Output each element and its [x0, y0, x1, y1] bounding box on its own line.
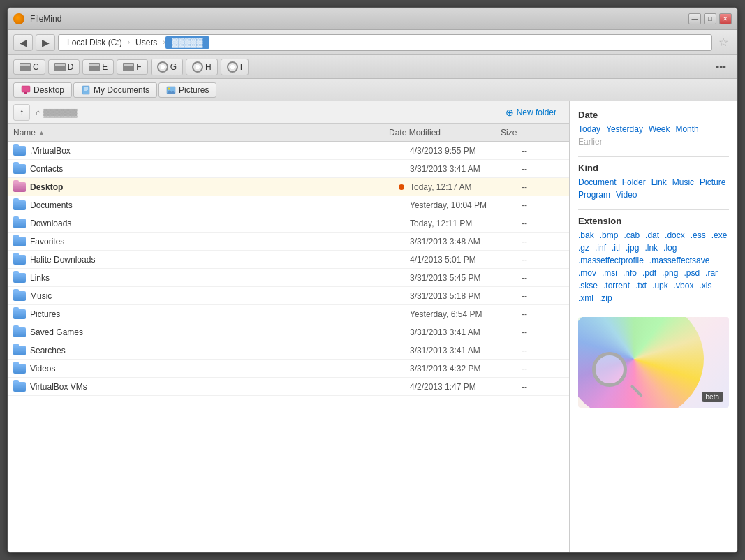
- col-size-header[interactable]: Size: [501, 128, 543, 138]
- filter-ext-xls[interactable]: .xls: [699, 281, 711, 290]
- filter-ext-torrent[interactable]: .torrent: [603, 281, 630, 290]
- title-bar: FileMind — □ ✕: [8, 8, 737, 30]
- drive-i-button[interactable]: I: [221, 59, 249, 75]
- col-date-header[interactable]: Date Modified: [389, 128, 501, 138]
- drive-h-button[interactable]: H: [186, 59, 218, 75]
- cd-icon: [192, 61, 203, 73]
- file-date: 4/1/2013 5:01 PM: [410, 255, 522, 265]
- drive-e-button[interactable]: E: [82, 59, 114, 75]
- fav-desktop[interactable]: Desktop: [13, 82, 72, 98]
- breadcrumb-current[interactable]: ▓▓▓▓▓: [165, 36, 210, 49]
- filter-ext-itl[interactable]: .itl: [612, 243, 620, 253]
- filter-ext-dat[interactable]: .dat: [645, 230, 659, 240]
- col-name-header[interactable]: Name ▲: [13, 128, 389, 138]
- back-button[interactable]: ◀: [13, 34, 33, 51]
- filter-yesterday[interactable]: Yesterday: [606, 124, 643, 134]
- filter-ext-masseffectprofile[interactable]: .masseffectprofile: [578, 256, 644, 265]
- fav-pictures[interactable]: Pictures: [158, 82, 216, 98]
- date-filter-title: Date: [578, 110, 729, 120]
- filter-today[interactable]: Today: [578, 124, 600, 134]
- right-panel: Date Today Yesterday Week Month Earlier …: [570, 101, 737, 552]
- file-date: 3/31/2013 5:45 PM: [410, 273, 522, 283]
- filter-ext-zip[interactable]: .zip: [599, 293, 612, 303]
- filter-ext-png[interactable]: .png: [662, 268, 678, 278]
- filter-folder[interactable]: Folder: [622, 177, 646, 187]
- filter-video[interactable]: Video: [616, 190, 637, 200]
- folder-icon: [13, 219, 26, 228]
- filter-ext-bmp[interactable]: .bmp: [600, 230, 619, 240]
- table-row[interactable]: Favorites3/31/2013 3:48 AM--: [8, 233, 569, 251]
- kind-filter-links: Document Folder Link Music Picture Progr…: [578, 177, 729, 200]
- table-row[interactable]: Videos3/31/2013 4:32 PM--: [8, 360, 569, 378]
- filter-program[interactable]: Program: [578, 190, 610, 200]
- filter-ext-bak[interactable]: .bak: [578, 230, 594, 240]
- close-button[interactable]: ✕: [719, 13, 732, 24]
- navigation-toolbar: ◀ ▶ Local Disk (C:) › Users › ▓▓▓▓▓ ☆: [8, 30, 737, 55]
- favorites-star-button[interactable]: ☆: [715, 34, 732, 51]
- filter-ext-exe[interactable]: .exe: [711, 230, 728, 240]
- filter-ext-vbox[interactable]: .vbox: [674, 281, 694, 290]
- documents-icon: [81, 85, 91, 95]
- forward-button[interactable]: ▶: [36, 34, 55, 51]
- filter-ext-xml[interactable]: .xml: [578, 293, 593, 303]
- fav-my-documents[interactable]: My Documents: [73, 82, 157, 98]
- filter-ext-log[interactable]: .log: [663, 243, 677, 253]
- filter-ext-nfo[interactable]: .nfo: [623, 268, 637, 278]
- home-icon: ⌂: [36, 108, 40, 117]
- fav-desktop-label: Desktop: [34, 85, 64, 95]
- table-row[interactable]: Contacts3/31/2013 3:41 AM--: [8, 160, 569, 178]
- new-folder-button[interactable]: ⊕ New folder: [499, 105, 563, 120]
- window-controls: — □ ✕: [688, 13, 732, 24]
- more-drives-button[interactable]: •••: [710, 59, 732, 75]
- table-row[interactable]: Searches3/31/2013 3:41 AM--: [8, 341, 569, 360]
- table-row[interactable]: PicturesYesterday, 6:54 PM--: [8, 305, 569, 323]
- filter-ext-docx[interactable]: .docx: [665, 230, 685, 240]
- filter-ext-cab[interactable]: .cab: [624, 230, 640, 240]
- file-size: --: [522, 382, 563, 392]
- maximize-button[interactable]: □: [704, 13, 716, 24]
- table-row[interactable]: DownloadsToday, 12:11 PM--: [8, 214, 569, 233]
- col-name-label: Name: [13, 128, 36, 138]
- table-row[interactable]: Links3/31/2013 5:45 PM--: [8, 269, 569, 287]
- table-row[interactable]: Halite Downloads4/1/2013 5:01 PM--: [8, 251, 569, 269]
- table-row[interactable]: VirtualBox VMs4/2/2013 1:47 PM--: [8, 378, 569, 396]
- filter-ext-jpg[interactable]: .jpg: [626, 243, 639, 253]
- filter-week[interactable]: Week: [649, 124, 670, 134]
- file-date: 3/31/2013 3:41 AM: [410, 346, 522, 355]
- filter-document[interactable]: Document: [578, 177, 617, 187]
- drive-f-button[interactable]: F: [117, 59, 147, 75]
- file-name: Saved Games: [30, 327, 410, 337]
- drive-g-button[interactable]: G: [151, 59, 183, 75]
- filter-ext-psd[interactable]: .psd: [684, 268, 700, 278]
- drive-c-button[interactable]: C: [13, 59, 45, 75]
- file-name: Favorites: [30, 237, 410, 246]
- filter-ext-skse[interactable]: .skse: [578, 281, 598, 290]
- drive-d-button[interactable]: D: [48, 59, 80, 75]
- filter-ext-gz[interactable]: .gz: [578, 243, 589, 253]
- plus-icon: ⊕: [506, 107, 514, 118]
- divider-1: [578, 156, 729, 157]
- up-directory-button[interactable]: ↑: [13, 104, 30, 121]
- table-row[interactable]: Music3/31/2013 5:18 PM--: [8, 287, 569, 305]
- breadcrumb-users[interactable]: Users: [130, 36, 163, 49]
- table-row[interactable]: Saved Games3/31/2013 3:41 AM--: [8, 323, 569, 341]
- filter-music[interactable]: Music: [672, 177, 694, 187]
- filter-ext-rar[interactable]: .rar: [705, 268, 718, 278]
- filter-month[interactable]: Month: [675, 124, 698, 134]
- table-row[interactable]: .VirtualBox4/3/2013 9:55 PM--: [8, 142, 569, 160]
- minimize-button[interactable]: —: [688, 13, 701, 24]
- filter-ext-txt[interactable]: .txt: [635, 281, 647, 290]
- filter-ext-mov[interactable]: .mov: [578, 268, 596, 278]
- filter-ext-masseffectsave[interactable]: .masseffectsave: [649, 256, 709, 265]
- filter-ext-upk[interactable]: .upk: [652, 281, 668, 290]
- filter-ext-msi[interactable]: .msi: [602, 268, 617, 278]
- filter-picture[interactable]: Picture: [700, 177, 725, 187]
- filter-ext-ess[interactable]: .ess: [691, 230, 706, 240]
- breadcrumb-local-disk[interactable]: Local Disk (C:): [61, 36, 128, 49]
- table-row[interactable]: DesktopToday, 12:17 AM--: [8, 178, 569, 196]
- filter-ext-inf[interactable]: .inf: [595, 243, 606, 253]
- filter-ext-lnk[interactable]: .lnk: [644, 243, 658, 253]
- filter-ext-pdf[interactable]: .pdf: [642, 268, 656, 278]
- table-row[interactable]: DocumentsYesterday, 10:04 PM--: [8, 196, 569, 214]
- filter-link[interactable]: Link: [651, 177, 667, 187]
